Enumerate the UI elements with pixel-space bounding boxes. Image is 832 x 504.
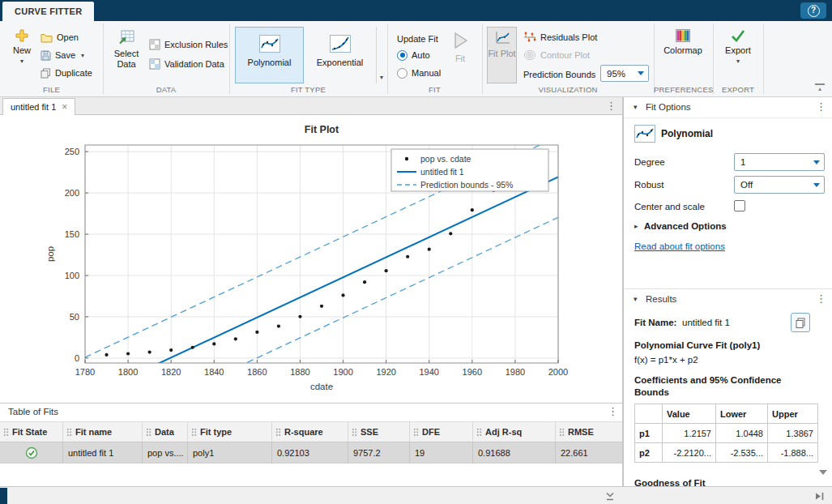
svg-text:Prediction bounds - 95%: Prediction bounds - 95% xyxy=(420,180,513,190)
grip-icon xyxy=(275,428,281,437)
results-menu-icon[interactable]: ⋮ xyxy=(816,293,826,304)
chevron-down-icon xyxy=(638,71,644,75)
document-tab-bar: untitled fit 1 × ⋮ xyxy=(0,97,623,115)
grip-icon xyxy=(476,428,482,437)
column-header-dfe[interactable]: DFE xyxy=(410,421,473,442)
column-header-data[interactable]: Data xyxy=(143,421,188,442)
column-header-rmse[interactable]: RMSE xyxy=(556,421,623,442)
degree-value: 1 xyxy=(740,157,745,167)
svg-text:1900: 1900 xyxy=(333,367,352,377)
collapse-panel-down-icon[interactable] xyxy=(604,491,616,502)
close-icon[interactable]: × xyxy=(62,102,67,112)
document-tab-untitled-fit-1[interactable]: untitled fit 1 × xyxy=(2,98,75,115)
table-of-fits-panel: Table of Fits ⋮ Fit State Fit name Data … xyxy=(0,403,623,486)
column-header-fit-name[interactable]: Fit name xyxy=(63,421,143,442)
table-of-fits-header-row: Fit State Fit name Data Fit type R-squar… xyxy=(0,421,623,442)
column-header-fit-state[interactable]: Fit State xyxy=(0,421,63,442)
svg-text:250: 250 xyxy=(65,147,79,156)
save-button[interactable]: Save ▾ xyxy=(41,48,84,62)
grip-icon xyxy=(413,428,419,437)
tab-curve-fitter[interactable]: CURVE FITTER xyxy=(2,2,94,21)
fit-options-title: Fit Options xyxy=(646,102,691,112)
exclusion-rules-button[interactable]: Exclusion Rules xyxy=(149,37,228,52)
export-button[interactable]: Export ▾ xyxy=(719,26,757,65)
robust-label: Robust xyxy=(634,180,663,190)
section-separator xyxy=(713,23,714,94)
coeff-header-upper: Upper xyxy=(768,404,818,424)
colormap-label: Colormap xyxy=(663,45,702,56)
svg-text:Fit Plot: Fit Plot xyxy=(305,124,339,135)
duplicate-icon xyxy=(41,68,51,79)
save-icon xyxy=(41,50,51,61)
svg-text:1860: 1860 xyxy=(247,367,267,377)
fit-plot-icon xyxy=(494,31,510,45)
validation-data-button[interactable]: Validation Data xyxy=(149,57,224,71)
advanced-options-label: Advanced Options xyxy=(644,221,727,231)
fit-plot-toggle-button[interactable]: Fit Plot xyxy=(487,27,517,83)
rmse-cell: 22.661 xyxy=(556,442,623,463)
window-corner-accent xyxy=(0,488,7,504)
center-scale-checkbox[interactable] xyxy=(734,200,745,211)
chevron-down-icon: ▾ xyxy=(380,75,383,81)
section-separator xyxy=(229,23,230,94)
fit-type-exponential-button[interactable]: Exponential xyxy=(305,27,374,83)
read-about-fit-options-link[interactable]: Read about fit options xyxy=(634,241,725,251)
scroll-down-icon[interactable] xyxy=(819,470,827,476)
table-of-fits-title: Table of Fits xyxy=(8,407,58,416)
help-button[interactable]: ? xyxy=(800,2,826,19)
manual-label: Manual xyxy=(412,68,441,78)
curve-fitter-window: CURVE FITTER ? New ▾ Open S xyxy=(0,0,832,504)
chevron-down-icon: ▾ xyxy=(736,58,740,65)
update-fit-button[interactable]: Update Fit xyxy=(397,32,438,46)
fit-options-menu-icon[interactable]: ⋮ xyxy=(816,101,826,112)
colormap-button[interactable]: Colormap xyxy=(659,26,707,56)
new-button[interactable]: New ▾ xyxy=(6,26,37,65)
prediction-bounds-value: 95% xyxy=(607,69,625,79)
expand-advanced-options-icon[interactable]: ▸ xyxy=(634,222,638,230)
exponential-curve-icon xyxy=(330,35,351,53)
contour-plot-button[interactable]: Contour Plot xyxy=(523,48,590,62)
column-header-r-square[interactable]: R-square xyxy=(272,421,348,442)
coeff-p1-upper: 1.3867 xyxy=(768,424,818,443)
document-tab-label: untitled fit 1 xyxy=(11,102,56,112)
polynomial-curve-icon xyxy=(634,125,655,143)
expand-panel-right-icon[interactable] xyxy=(813,491,826,502)
table-of-fits-menu-icon[interactable]: ⋮ xyxy=(608,406,618,416)
validation-data-icon xyxy=(149,58,160,70)
coefficients-title: Coefficients and 95% Confidence Bounds xyxy=(634,374,813,399)
data-cell: pop vs.... xyxy=(143,442,188,463)
residuals-plot-button[interactable]: Residuals Plot xyxy=(523,30,597,45)
collapse-fit-options-icon[interactable]: ▾ xyxy=(634,103,638,111)
fit-button[interactable]: Fit xyxy=(444,28,476,64)
section-label-fit: FIT xyxy=(387,85,482,94)
collapse-ribbon-button[interactable]: ▴ xyxy=(815,83,825,92)
coefficients-table: Value Lower Upper p1 1.2157 1.0448 1.386… xyxy=(634,404,818,463)
copy-fit-name-button[interactable] xyxy=(791,313,810,332)
select-data-icon xyxy=(117,29,135,45)
section-label-export: EXPORT xyxy=(713,85,763,94)
section-separator xyxy=(763,23,764,94)
manual-fit-radio[interactable]: Manual xyxy=(397,66,441,80)
figure-pane-menu-icon[interactable]: ⋮ xyxy=(606,100,617,111)
degree-dropdown[interactable]: 1 xyxy=(734,153,825,171)
select-data-button[interactable]: Select Data xyxy=(107,26,146,70)
robust-value: Off xyxy=(740,180,753,190)
collapse-results-icon[interactable]: ▾ xyxy=(634,295,638,303)
auto-fit-radio[interactable]: Auto xyxy=(397,48,430,62)
table-row[interactable]: untitled fit 1 pop vs.... poly1 0.92103 … xyxy=(0,442,623,463)
column-header-adj-r-sq[interactable]: Adj R-sq xyxy=(473,421,556,442)
svg-text:1780: 1780 xyxy=(75,367,95,377)
fit-type-polynomial-button[interactable]: Polynomial xyxy=(235,27,304,83)
duplicate-button[interactable]: Duplicate xyxy=(41,66,92,80)
polynomial-fit-title: Polynomial Curve Fit (poly1) xyxy=(634,340,760,350)
auto-label: Auto xyxy=(412,50,430,60)
column-header-fit-type[interactable]: Fit type xyxy=(188,421,272,442)
question-icon: ? xyxy=(808,5,820,17)
prediction-bounds-dropdown[interactable]: 95% xyxy=(600,65,649,82)
fit-plot-label: Fit Plot xyxy=(488,49,515,59)
results-title: Results xyxy=(646,294,676,304)
fit-type-gallery-expand-button[interactable]: ▾ xyxy=(376,27,386,83)
open-button[interactable]: Open xyxy=(41,30,79,45)
robust-dropdown[interactable]: Off xyxy=(734,176,825,194)
column-header-sse[interactable]: SSE xyxy=(348,421,410,442)
